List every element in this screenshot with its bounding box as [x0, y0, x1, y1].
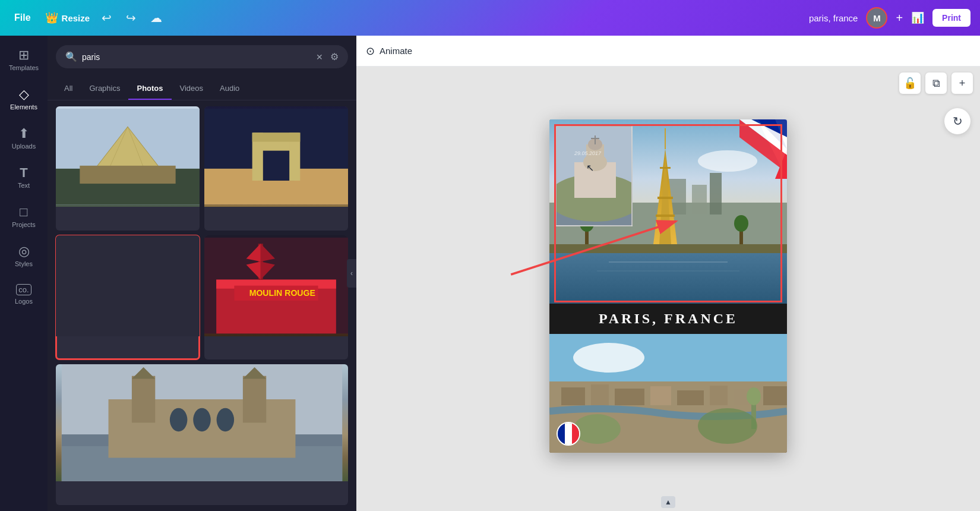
- svg-rect-12: [252, 133, 301, 141]
- sidebar-collapse-button[interactable]: ‹: [347, 259, 356, 288]
- refresh-button[interactable]: ↻: [944, 108, 970, 134]
- cloud-save-button[interactable]: ☁: [148, 8, 165, 27]
- canvas-float-toolbar: 🔓 ⧉ +: [899, 72, 973, 94]
- postcard-bottom-photo[interactable]: [549, 334, 787, 453]
- svg-text:MOULIN ROUGE: MOULIN ROUGE: [249, 288, 315, 298]
- animate-button[interactable]: ⊙ Animate: [366, 45, 412, 58]
- logos-icon: co.: [16, 284, 31, 295]
- postcard-top-section: 29.05.2017 ↖: [549, 119, 787, 304]
- search-bar: 🔍 ✕ ⚙: [56, 45, 348, 68]
- copy-button[interactable]: ⧉: [925, 72, 947, 94]
- main-layout: ⊞ Templates ◇ Elements ⬆ Uploads T Text …: [0, 36, 980, 511]
- tab-videos[interactable]: Videos: [172, 78, 212, 100]
- svg-rect-44: [656, 215, 675, 217]
- templates-label: Templates: [9, 64, 39, 71]
- animate-icon: ⊙: [366, 45, 375, 58]
- photo-item-arc[interactable]: [204, 106, 348, 231]
- svg-point-33: [217, 408, 235, 431]
- svg-point-73: [573, 343, 644, 373]
- postcard[interactable]: 29.05.2017 ↖ PARIS, FRANCE: [549, 119, 787, 453]
- postcard-flag: [557, 422, 580, 446]
- canvas-content[interactable]: 🔓 ⧉ + ↻: [356, 67, 980, 493]
- photo-item-selected-empty[interactable]: [56, 235, 200, 359]
- french-flag-ribbon: [739, 119, 787, 179]
- search-input[interactable]: [82, 52, 311, 62]
- sidebar-item-styles[interactable]: ◎ Styles: [0, 239, 48, 273]
- text-label: Text: [18, 182, 30, 189]
- resize-button[interactable]: 👑 Resize: [45, 11, 90, 24]
- svg-rect-39: [692, 185, 707, 215]
- uploads-icon: ⬆: [18, 127, 29, 140]
- styles-label: Styles: [15, 260, 33, 267]
- sidebar-item-elements[interactable]: ◇ Elements: [0, 82, 48, 116]
- canvas-bottom-bar: ▲: [356, 493, 980, 511]
- photo-item-moulin-rouge[interactable]: MOULIN ROUGE: [204, 235, 348, 359]
- search-tabs: All Graphics Photos Videos Audio: [48, 78, 356, 100]
- svg-rect-43: [657, 197, 673, 199]
- photo-timestamp: 29.05.2017: [574, 150, 601, 156]
- svg-rect-45: [660, 167, 671, 169]
- postcard-title-text: PARIS, FRANCE: [549, 311, 787, 327]
- svg-rect-40: [710, 173, 722, 215]
- elements-label: Elements: [10, 103, 37, 111]
- sidebar-item-templates[interactable]: ⊞ Templates: [0, 43, 48, 77]
- tab-audio[interactable]: Audio: [211, 78, 248, 100]
- svg-point-84: [747, 387, 761, 405]
- scroll-up-button[interactable]: ▲: [661, 496, 675, 508]
- photo-item-louvre[interactable]: [56, 106, 200, 231]
- svg-rect-75: [561, 387, 585, 405]
- undo-button[interactable]: ↩: [99, 8, 114, 27]
- overlay-photo[interactable]: 29.05.2017 ↖: [555, 125, 633, 226]
- analytics-button[interactable]: 📊: [911, 11, 924, 24]
- svg-point-32: [193, 408, 211, 431]
- lock-button[interactable]: 🔓: [899, 72, 921, 94]
- svg-point-54: [734, 215, 748, 232]
- sidebar-item-text[interactable]: T Text: [0, 160, 48, 195]
- canvas-area: ⊙ Animate 🔓 ⧉ + ↻: [356, 36, 980, 511]
- svg-rect-76: [591, 384, 609, 405]
- add-page-button[interactable]: +: [951, 72, 973, 94]
- svg-rect-80: [710, 386, 728, 405]
- svg-rect-50: [549, 244, 787, 253]
- sidebar-panel: 🔍 ✕ ⚙ All Graphics Photos Videos Audio: [48, 36, 356, 511]
- styles-icon: ◎: [18, 245, 30, 258]
- svg-rect-79: [677, 390, 704, 405]
- sidebar-item-uploads[interactable]: ⬆ Uploads: [0, 121, 48, 156]
- svg-rect-29: [243, 376, 266, 423]
- svg-point-86: [573, 414, 621, 444]
- search-icon: 🔍: [65, 51, 77, 62]
- svg-rect-27: [132, 376, 155, 423]
- svg-rect-5: [80, 166, 175, 184]
- sidebar-item-projects[interactable]: □ Projects: [0, 200, 48, 234]
- header: File 👑 Resize ↩ ↪ ☁ paris, france M + 📊 …: [0, 0, 980, 36]
- tab-all[interactable]: All: [56, 78, 81, 100]
- file-button[interactable]: File: [10, 10, 36, 26]
- projects-label: Projects: [12, 221, 36, 228]
- svg-rect-47: [549, 250, 787, 304]
- svg-rect-82: [763, 386, 787, 405]
- photo-item-notre-dame[interactable]: [56, 364, 348, 505]
- postcard-title-section: PARIS, FRANCE: [549, 304, 787, 334]
- elements-icon: ◇: [19, 88, 29, 101]
- redo-button[interactable]: ↪: [124, 8, 138, 27]
- tab-graphics[interactable]: Graphics: [81, 78, 128, 100]
- postcard-main-photo[interactable]: 29.05.2017 ↖: [549, 119, 787, 304]
- flag-white: [565, 423, 572, 444]
- sidebar-item-logos[interactable]: co. Logos: [0, 278, 48, 311]
- search-filter-button[interactable]: ⚙: [330, 51, 339, 62]
- tab-photos[interactable]: Photos: [128, 78, 171, 100]
- logos-label: Logos: [15, 298, 33, 305]
- cursor-indicator: ↖: [586, 162, 594, 174]
- search-clear-button[interactable]: ✕: [316, 52, 323, 62]
- user-avatar[interactable]: M: [866, 7, 887, 29]
- svg-point-31: [170, 408, 188, 431]
- photo-grid: MOULIN ROUGE: [48, 100, 356, 511]
- svg-rect-77: [615, 389, 644, 405]
- header-right: paris, france M + 📊 Print: [809, 7, 970, 29]
- svg-rect-9: [258, 151, 295, 181]
- add-collaborator-button[interactable]: +: [896, 11, 903, 25]
- header-left: File 👑 Resize ↩ ↪ ☁: [10, 8, 165, 27]
- document-title: paris, france: [809, 13, 858, 23]
- canvas-toolbar: ⊙ Animate: [356, 36, 980, 67]
- print-button[interactable]: Print: [932, 9, 970, 27]
